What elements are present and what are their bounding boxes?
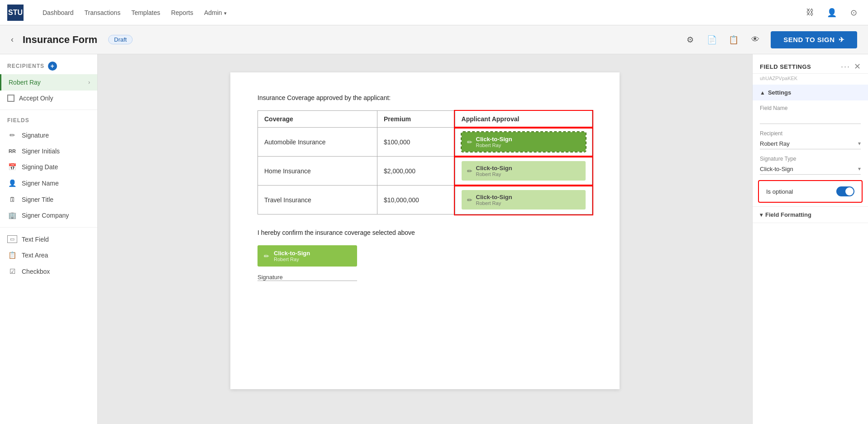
premium-travel: $10,000,000 [377,186,455,214]
sig-cell-auto: ✏ Click-to-Sign Robert Ray [455,128,592,157]
settings-section: ▲ Settings Field Name Recipient Robert R… [753,85,868,207]
sig-type-group: Signature Type Click-to-Sign Draw Type ▾ [753,151,868,176]
nav-dashboard[interactable]: Dashboard [42,7,75,18]
sig-type-select[interactable]: Click-to-Sign Draw Type [760,164,861,175]
recipient-label: Recipient [760,130,861,137]
send-to-sign-button[interactable]: SEND TO SIGN ✈ [771,31,857,48]
network-icon[interactable]: ⛓ [803,5,817,20]
sig-cell-home: ✏ Click-to-Sign Robert Ray [455,157,592,186]
field-id-label: uhUAZPVpaKEK [753,74,868,85]
settings-chevron: ▲ [760,90,765,96]
sig-type-label: Signature Type [760,156,861,162]
logo-icon: STU [7,5,24,21]
main-content: Insurance Coverage approved by the appli… [98,54,752,424]
sig-cell-travel: ✏ Click-to-Sign Robert Ray [455,186,592,214]
document-icon[interactable]: 📄 [704,32,720,48]
accept-only-checkbox[interactable] [7,95,14,102]
col-premium: Premium [377,111,455,128]
back-button[interactable]: ‹ [11,35,14,44]
coverage-home: Home Insurance [258,157,377,186]
text-field-icon: ▭ [7,235,17,243]
left-sidebar: RECIPIENTS + Robert Ray › Accept Only FI… [0,54,98,424]
nav-templates[interactable]: Templates [130,7,161,18]
sig-pen-icon-auto: ✏ [467,138,472,146]
field-signing-date[interactable]: 📅 Signing Date [0,159,97,175]
initials-icon: RR [7,148,17,154]
nav-links: Dashboard Transactions Templates Reports… [42,7,228,18]
recipient-select[interactable]: Robert Ray [760,138,861,149]
sig-bottom-label: Click-to-Sign [274,250,310,257]
checkbox-field-icon: ☑ [7,267,17,276]
field-name-input[interactable] [760,113,861,124]
sig-sub-home: Robert Ray [476,172,512,177]
user-circle-icon[interactable]: ⊙ [846,5,861,20]
col-applicant-approval: Applicant Approval [455,111,592,128]
formatting-section-header[interactable]: ▾ Field Formatting [753,207,868,223]
recipients-section-title: RECIPIENTS + [0,54,97,74]
recipient-robert-ray[interactable]: Robert Ray › [0,74,97,91]
sig-pen-icon-home: ✏ [467,167,472,175]
nav-icons: ⛓ 👤 ⊙ [803,5,861,20]
toggle-slider [836,186,854,196]
field-name-label: Field Name [760,105,861,111]
nav-reports[interactable]: Reports [170,7,194,18]
sig-pen-icon-travel: ✏ [467,196,472,204]
field-text-area[interactable]: 📋 Text Area [0,247,97,263]
more-options-button[interactable]: ··· [841,62,850,71]
fields-divider [0,110,97,110]
sig-type-select-wrap: Click-to-Sign Draw Type ▾ [760,164,861,175]
title-icon: 🗓 [7,195,17,203]
nav-transactions[interactable]: Transactions [84,7,122,18]
sig-bottom-icon: ✏ [264,252,269,260]
is-optional-toggle[interactable] [836,186,854,196]
field-checkbox[interactable]: ☑ Checkbox [0,263,97,280]
is-optional-row: Is optional [758,180,863,203]
logo: STU [7,5,24,21]
field-text-field[interactable]: ▭ Text Field [0,231,97,247]
fields-divider-2 [0,227,97,228]
sig-label-home: Click-to-Sign [476,165,512,172]
sig-bottom-field[interactable]: ✏ Click-to-Sign Robert Ray [258,245,357,267]
close-panel-button[interactable]: ✕ [854,62,861,71]
draft-badge: Draft [108,35,133,44]
field-signer-title[interactable]: 🗓 Signer Title [0,191,97,207]
add-recipient-button[interactable]: + [48,62,57,71]
settings-label: Settings [768,89,791,96]
send-btn-label: SEND TO SIGN [783,36,835,43]
field-signature[interactable]: ✏ Signature [0,127,97,143]
text-area-icon: 📋 [7,251,17,259]
signature-icon: ✏ [7,131,17,139]
sig-field-auto[interactable]: ✏ Click-to-Sign Robert Ray [462,132,586,152]
toolbar: ‹ Insurance Form Draft ⚙ 📄 📋 👁 SEND TO S… [0,25,868,54]
coverage-auto: Automobile Insurance [258,128,377,157]
table-row: Travel Insurance $10,000,000 ✏ Click-to-… [258,186,592,214]
sig-field-travel[interactable]: ✏ Click-to-Sign Robert Ray [462,190,586,210]
doc-confirm-text: I hereby confirm the insurance coverage … [258,229,592,236]
toolbar-icons: ⚙ 📄 📋 👁 [682,32,763,48]
premium-home: $2,000,000 [377,157,455,186]
field-signer-name[interactable]: 👤 Signer Name [0,175,97,191]
preview-icon[interactable]: 👁 [747,32,763,48]
field-formatting-section: ▾ Field Formatting [753,207,868,223]
field-signer-initials[interactable]: RR Signer Initials [0,143,97,159]
formatting-label: Field Formatting [765,211,811,218]
accept-only-item[interactable]: Accept Only [0,91,97,106]
recipient-chevron: › [88,79,90,86]
sig-field-home[interactable]: ✏ Click-to-Sign Robert Ray [462,161,586,181]
nav-admin[interactable]: Admin ▾ [203,7,228,18]
recipient-select-wrap: Robert Ray ▾ [760,138,861,149]
settings-icon[interactable]: ⚙ [682,32,698,48]
is-optional-label: Is optional [766,188,793,195]
person-icon: 👤 [7,179,17,187]
sig-bottom-sub: Robert Ray [274,257,310,262]
sig-label-auto: Click-to-Sign [476,136,512,143]
profile-icon[interactable]: 👤 [825,5,839,20]
doc-intro-text: Insurance Coverage approved by the appli… [258,94,592,101]
sig-label-travel: Click-to-Sign [476,194,512,200]
recipient-group: Recipient Robert Ray ▾ [753,126,868,151]
settings-section-header[interactable]: ▲ Settings [753,85,868,100]
sig-sub-travel: Robert Ray [476,200,512,206]
field-signer-company[interactable]: 🏢 Signer Company [0,207,97,224]
document-check-icon[interactable]: 📋 [725,32,742,48]
page-title: Insurance Form [23,34,97,46]
